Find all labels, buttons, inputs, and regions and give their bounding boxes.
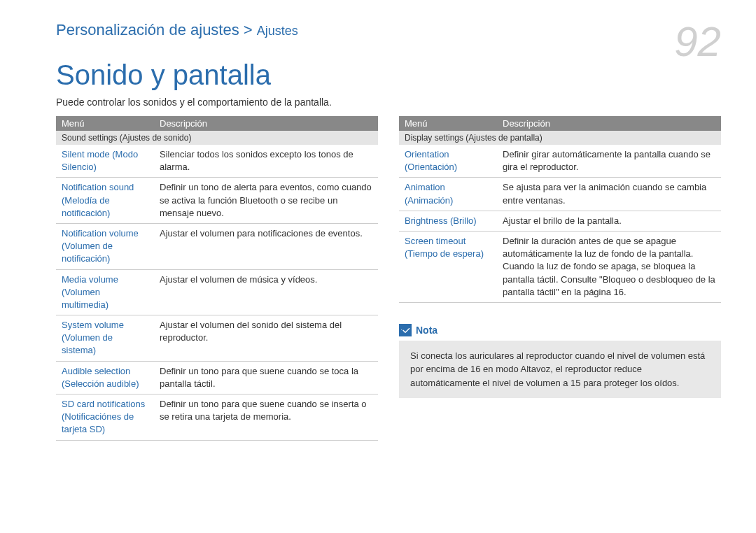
menu-cell: System volume (Volumen de sistema) [56,315,154,362]
desc-cell: Definir un tono de alerta para eventos, … [154,178,378,224]
desc-cell: Ajustar el volumen de música y vídeos. [154,269,378,315]
intro-text: Puede controlar los sonidos y el comport… [56,97,721,108]
note-icon [399,324,412,336]
desc-cell: Silenciar todos los sonidos excepto los … [154,145,378,178]
breadcrumb-parent: Personalización de ajustes [56,21,239,38]
table-row: Notification sound (Melodía de notificac… [56,178,378,224]
table-row: System volume (Volumen de sistema) Ajust… [56,315,378,362]
desc-cell: Se ajusta para ver la animación cuando s… [497,178,721,211]
columns-wrapper: Menú Descripción Sound settings (Ajustes… [56,116,721,441]
breadcrumb-separator: > [244,21,253,38]
menu-cell: Orientation (Orientación) [399,145,497,178]
header-description: Descripción [154,116,378,131]
menu-cell: Notification volume (Volumen de notifica… [56,223,154,269]
page-header: Personalización de ajustes > Ajustes 92 [56,21,721,63]
table-header-row: Menú Descripción [56,116,378,131]
note-label-row: Nota [399,324,721,336]
desc-cell: Definir la duración antes de que se apag… [497,231,721,302]
page-title: Sonido y pantalla [56,59,721,91]
section-row: Sound settings (Ajustes de sonido) [56,131,378,145]
left-column: Menú Descripción Sound settings (Ajustes… [56,116,378,441]
table-row: Audible selection (Selección audible) De… [56,361,378,394]
menu-cell: SD card notifications (Notificaciónes de… [56,395,154,441]
display-settings-table: Menú Descripción Display settings (Ajust… [399,116,721,303]
table-header-row: Menú Descripción [399,116,721,131]
header-menu: Menú [399,116,497,131]
menu-cell: Silent mode (Modo Silencio) [56,145,154,178]
section-label: Display settings (Ajustes de pantalla) [399,131,721,145]
desc-cell: Definir un tono para que suene cuando se… [154,395,378,441]
menu-cell: Notification sound (Melodía de notificac… [56,178,154,224]
sound-settings-table: Menú Descripción Sound settings (Ajustes… [56,116,378,441]
section-label: Sound settings (Ajustes de sonido) [56,131,378,145]
desc-cell: Ajustar el volumen para notificaciones d… [154,223,378,269]
desc-cell: Definir girar automáticamente la pantall… [497,145,721,178]
note-label-text: Nota [416,325,438,336]
table-row: Silent mode (Modo Silencio) Silenciar to… [56,145,378,178]
table-row: Animation (Animación) Se ajusta para ver… [399,178,721,211]
desc-cell: Ajustar el brillo de la pantalla. [497,211,721,231]
breadcrumb: Personalización de ajustes > Ajustes [56,21,298,39]
table-row: Orientation (Orientación) Definir girar … [399,145,721,178]
header-menu: Menú [56,116,154,131]
table-row: Brightness (Brillo) Ajustar el brillo de… [399,211,721,231]
right-column: Menú Descripción Display settings (Ajust… [399,116,721,441]
table-row: SD card notifications (Notificaciónes de… [56,395,378,441]
menu-cell: Audible selection (Selección audible) [56,361,154,394]
note-box: Si conecta los auriculares al reproducto… [399,341,721,399]
desc-cell: Ajustar el volumen del sonido del sistem… [154,315,378,362]
menu-cell: Animation (Animación) [399,178,497,211]
menu-cell: Media volume (Volumen multimedia) [56,269,154,315]
note-section: Nota Si conecta los auriculares al repro… [399,324,721,399]
table-row: Notification volume (Volumen de notifica… [56,223,378,269]
header-description: Descripción [497,116,721,131]
page-number: 92 [674,21,721,63]
menu-cell: Screen timeout (Tiempo de espera) [399,231,497,302]
table-row: Media volume (Volumen multimedia) Ajusta… [56,269,378,315]
table-row: Screen timeout (Tiempo de espera) Defini… [399,231,721,302]
section-row: Display settings (Ajustes de pantalla) [399,131,721,145]
desc-cell: Definir un tono para que suene cuando se… [154,361,378,394]
breadcrumb-current: Ajustes [257,24,298,38]
menu-cell: Brightness (Brillo) [399,211,497,231]
